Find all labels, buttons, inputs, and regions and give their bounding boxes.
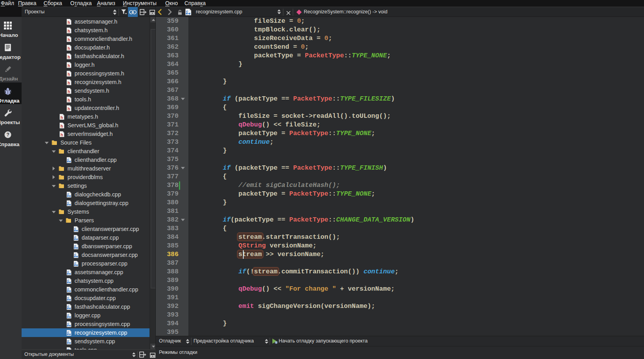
svg-text:c: c bbox=[74, 261, 76, 265]
svg-text:h: h bbox=[68, 97, 70, 103]
svg-text:c: c bbox=[67, 321, 69, 326]
svg-text:c: c bbox=[186, 9, 188, 13]
svg-text:h: h bbox=[68, 63, 70, 68]
svg-text:h: h bbox=[68, 28, 70, 33]
svg-text:c: c bbox=[74, 226, 76, 231]
svg-text:c: c bbox=[74, 235, 76, 239]
svg-text:c: c bbox=[67, 157, 69, 161]
svg-text:c: c bbox=[74, 252, 76, 256]
svg-text:h: h bbox=[68, 80, 70, 85]
svg-text:h: h bbox=[60, 123, 63, 128]
svg-text:c: c bbox=[67, 295, 69, 300]
svg-text:h: h bbox=[68, 46, 70, 51]
svg-text:c: c bbox=[67, 200, 69, 205]
svg-text:c: c bbox=[67, 269, 69, 274]
svg-text:c: c bbox=[67, 278, 69, 282]
svg-text:h: h bbox=[68, 89, 70, 94]
svg-text:?: ? bbox=[6, 132, 9, 137]
svg-text:c: c bbox=[67, 339, 69, 343]
svg-text:h: h bbox=[68, 20, 70, 25]
svg-text:h: h bbox=[68, 71, 70, 77]
svg-text:c: c bbox=[67, 313, 69, 317]
svg-text:c: c bbox=[67, 330, 69, 334]
svg-text:h: h bbox=[60, 115, 63, 120]
svg-text:c: c bbox=[67, 192, 69, 196]
svg-text:c: c bbox=[74, 244, 76, 248]
svg-text:c: c bbox=[67, 304, 69, 308]
svg-text:c: c bbox=[67, 287, 69, 291]
svg-text:h: h bbox=[60, 132, 63, 137]
svg-text:h: h bbox=[68, 54, 70, 59]
svg-text:h: h bbox=[68, 37, 70, 42]
svg-text:h: h bbox=[68, 106, 70, 111]
